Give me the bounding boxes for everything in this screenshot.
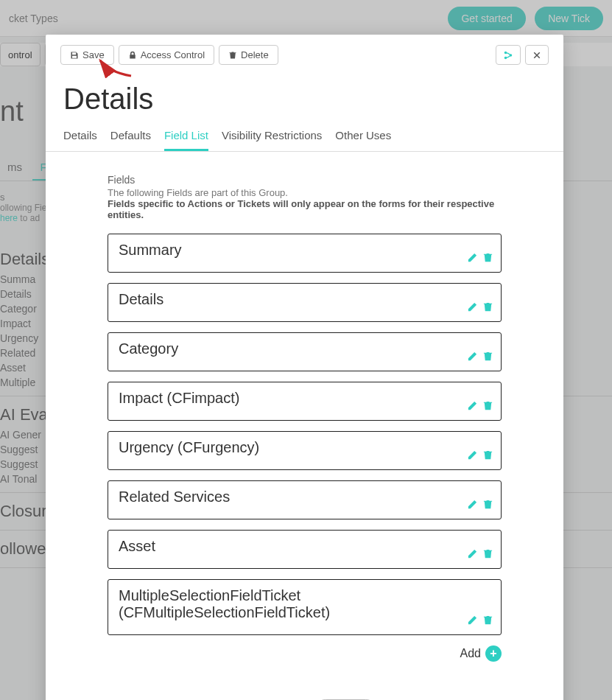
add-label: Add	[460, 647, 481, 660]
fields-description: The following Fields are part of this Gr…	[108, 187, 502, 198]
access-control-label: Access Control	[141, 49, 205, 60]
field-name: Impact (CFimpact)	[119, 390, 490, 407]
modal-title: Details	[46, 72, 563, 123]
tab-other-uses[interactable]: Other Uses	[335, 123, 391, 151]
merge-button[interactable]	[496, 45, 521, 65]
fields-heading: Fields	[108, 174, 502, 186]
delete-field-icon[interactable]	[482, 400, 493, 411]
plus-icon[interactable]: +	[485, 645, 502, 662]
modal-footer: or Save Cancel	[46, 669, 563, 700]
delete-button-label: Delete	[241, 49, 269, 60]
trash-icon	[228, 51, 237, 60]
field-row[interactable]: Details	[108, 283, 502, 322]
field-name: Category	[119, 340, 490, 357]
details-modal: Save Access Control Delete Details Detai…	[46, 35, 563, 700]
save-button-label: Save	[82, 49, 105, 60]
modal-body: Fields The following Fields are part of …	[46, 152, 563, 669]
edit-icon[interactable]	[467, 252, 478, 263]
field-actions	[467, 499, 493, 510]
fields-note: Fields specific to Actions or Tickets wi…	[108, 198, 502, 220]
field-row[interactable]: MultipleSelectionFieldTicket (CFMultiple…	[108, 579, 502, 635]
tab-defaults[interactable]: Defaults	[110, 123, 151, 151]
field-actions	[467, 400, 493, 411]
field-name: MultipleSelectionFieldTicket (CFMultiple…	[119, 587, 490, 621]
delete-button[interactable]: Delete	[219, 45, 278, 65]
access-control-button[interactable]: Access Control	[119, 45, 214, 65]
delete-field-icon[interactable]	[482, 615, 493, 626]
tab-field-list[interactable]: Field List	[164, 123, 208, 151]
tab-details[interactable]: Details	[63, 123, 97, 151]
delete-field-icon[interactable]	[482, 499, 493, 510]
field-name: Asset	[119, 538, 490, 555]
modal-tabs: Details Defaults Field List Visibility R…	[46, 123, 563, 152]
close-icon	[532, 51, 541, 60]
modal-toolbar: Save Access Control Delete	[46, 35, 563, 72]
edit-icon[interactable]	[467, 449, 478, 461]
field-row[interactable]: Impact (CFimpact)	[108, 382, 502, 421]
field-name: Summary	[119, 242, 490, 259]
delete-field-icon[interactable]	[482, 548, 493, 559]
field-row[interactable]: Related Services	[108, 480, 502, 519]
field-actions	[467, 548, 493, 559]
edit-icon[interactable]	[467, 351, 478, 362]
field-actions	[467, 252, 493, 263]
field-name: Details	[119, 291, 490, 308]
field-actions	[467, 301, 493, 312]
field-row[interactable]: Summary	[108, 234, 502, 273]
edit-icon[interactable]	[467, 400, 478, 411]
field-row[interactable]: Category	[108, 332, 502, 371]
field-actions	[467, 449, 493, 461]
tab-visibility[interactable]: Visibility Restrictions	[222, 123, 322, 151]
delete-field-icon[interactable]	[482, 449, 493, 461]
field-list: SummaryDetailsCategoryImpact (CFimpact)U…	[108, 234, 502, 635]
edit-icon[interactable]	[467, 615, 478, 626]
add-field-row[interactable]: Add +	[108, 645, 502, 662]
field-actions	[467, 615, 493, 626]
edit-icon[interactable]	[467, 499, 478, 510]
delete-field-icon[interactable]	[482, 301, 493, 312]
field-row[interactable]: Asset	[108, 530, 502, 569]
save-button[interactable]: Save	[60, 45, 114, 65]
field-row[interactable]: Urgency (CFurgency)	[108, 431, 502, 470]
edit-icon[interactable]	[467, 548, 478, 559]
merge-icon	[503, 50, 513, 60]
delete-field-icon[interactable]	[482, 252, 493, 263]
field-name: Related Services	[119, 489, 490, 505]
lock-icon	[128, 51, 137, 60]
edit-icon[interactable]	[467, 301, 478, 312]
save-icon	[70, 51, 79, 60]
close-button[interactable]	[525, 45, 549, 65]
field-name: Urgency (CFurgency)	[119, 439, 490, 456]
delete-field-icon[interactable]	[482, 351, 493, 362]
field-actions	[467, 351, 493, 362]
